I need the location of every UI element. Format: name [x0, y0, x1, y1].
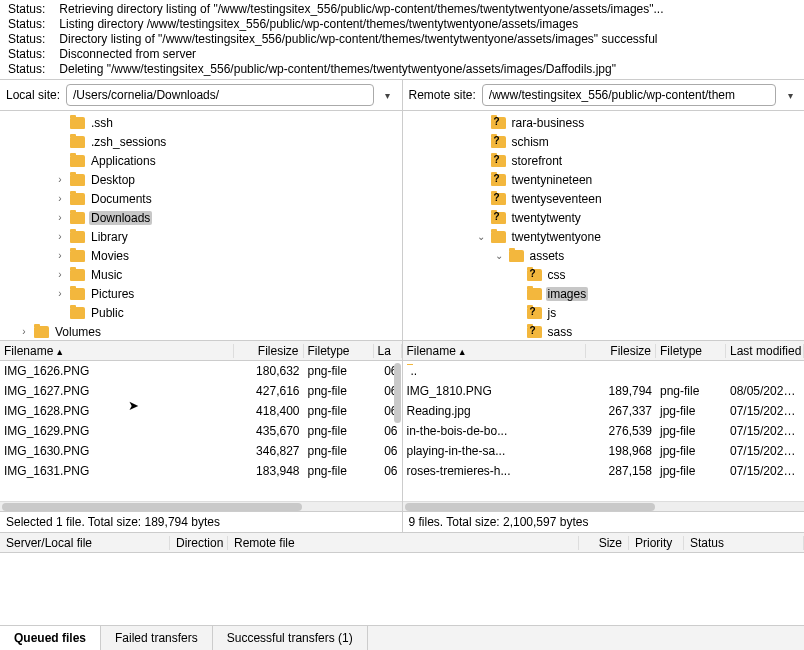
disclosure-icon[interactable]: ›: [54, 231, 66, 242]
tree-item[interactable]: ⌄assets: [403, 246, 805, 265]
tree-item[interactable]: ›Documents: [0, 189, 402, 208]
col-lastmod[interactable]: Last modified: [726, 344, 804, 358]
disclosure-icon[interactable]: ›: [54, 250, 66, 261]
file-name: IMG_1631.PNG: [0, 464, 234, 478]
local-file-body[interactable]: ➤ IMG_1626.PNG180,632png-file06IMG_1627.…: [0, 361, 402, 501]
disclosure-icon[interactable]: ›: [54, 269, 66, 280]
local-site-label: Local site:: [6, 88, 60, 102]
tree-item[interactable]: ›Volumes: [0, 322, 402, 340]
qcol-file[interactable]: Server/Local file: [0, 536, 170, 550]
col-filesize[interactable]: Filesize: [234, 344, 304, 358]
disclosure-icon[interactable]: ›: [54, 288, 66, 299]
file-mod: 07/15/2021 1: [726, 424, 804, 438]
site-paths-row: Local site: ▾ Remote site: ▾: [0, 80, 804, 111]
qcol-remote[interactable]: Remote file: [228, 536, 579, 550]
file-type: png-file: [304, 464, 374, 478]
sort-asc-icon: ▲: [55, 347, 64, 357]
file-row[interactable]: ..: [403, 361, 805, 381]
file-mod: 07/15/2021 1: [726, 464, 804, 478]
folder-unknown-icon: [491, 212, 506, 224]
tree-label: Public: [89, 306, 126, 320]
tree-label: Desktop: [89, 173, 137, 187]
tab-queued-files[interactable]: Queued files: [0, 626, 101, 650]
local-site-input[interactable]: [66, 84, 373, 106]
tree-label: twentytwentyone: [510, 230, 603, 244]
file-size: 287,158: [586, 464, 656, 478]
tree-item[interactable]: rara-business: [403, 113, 805, 132]
file-row[interactable]: roses-tremieres-h...287,158jpg-file07/15…: [403, 461, 805, 481]
tree-item[interactable]: twentynineteen: [403, 170, 805, 189]
disclosure-icon[interactable]: ›: [54, 193, 66, 204]
file-row[interactable]: IMG_1629.PNG435,670png-file06: [0, 421, 402, 441]
col-filetype[interactable]: Filetype: [304, 344, 374, 358]
tree-item[interactable]: .zsh_sessions: [0, 132, 402, 151]
file-row[interactable]: IMG_1630.PNG346,827png-file06: [0, 441, 402, 461]
file-row[interactable]: in-the-bois-de-bo...276,539jpg-file07/15…: [403, 421, 805, 441]
disclosure-icon[interactable]: ›: [54, 212, 66, 223]
tree-item[interactable]: Applications: [0, 151, 402, 170]
remote-status: 9 files. Total size: 2,100,597 bytes: [403, 512, 805, 532]
file-row[interactable]: IMG_1628.PNG418,400png-file06: [0, 401, 402, 421]
tree-label: Library: [89, 230, 130, 244]
folder-icon: [70, 288, 85, 300]
file-row[interactable]: IMG_1810.PNG189,794png-file08/05/2021 1: [403, 381, 805, 401]
file-name: IMG_1629.PNG: [0, 424, 234, 438]
tree-item[interactable]: js: [403, 303, 805, 322]
remote-hscroll[interactable]: [403, 501, 805, 511]
local-site-panel: Local site: ▾: [0, 80, 403, 110]
folder-unknown-icon: [527, 307, 542, 319]
tree-item[interactable]: ›Pictures: [0, 284, 402, 303]
tree-label: js: [546, 306, 559, 320]
disclosure-icon[interactable]: ›: [18, 326, 30, 337]
file-row[interactable]: playing-in-the-sa...198,968jpg-file07/15…: [403, 441, 805, 461]
tree-item[interactable]: storefront: [403, 151, 805, 170]
local-site-dropdown[interactable]: ▾: [380, 84, 396, 106]
col-filename[interactable]: Filename▲: [403, 344, 587, 358]
tree-item[interactable]: ›Movies: [0, 246, 402, 265]
remote-file-body[interactable]: ..IMG_1810.PNG189,794png-file08/05/2021 …: [403, 361, 805, 501]
col-filesize[interactable]: Filesize: [586, 344, 656, 358]
remote-tree[interactable]: rara-businessschismstorefronttwentyninet…: [403, 111, 805, 340]
tree-item[interactable]: schism: [403, 132, 805, 151]
col-lastmod[interactable]: La: [374, 344, 402, 358]
local-hscroll[interactable]: [0, 501, 402, 511]
qcol-priority[interactable]: Priority: [629, 536, 684, 550]
tree-item[interactable]: Public: [0, 303, 402, 322]
disclosure-icon[interactable]: ⌄: [493, 250, 505, 261]
col-filename[interactable]: Filename▲: [0, 344, 234, 358]
tree-item[interactable]: ›Library: [0, 227, 402, 246]
tab-successful-transfers[interactable]: Successful transfers (1): [213, 626, 368, 650]
remote-list-header[interactable]: Filename▲ Filesize Filetype Last modifie…: [403, 341, 805, 361]
tree-item[interactable]: ⌄twentytwentyone: [403, 227, 805, 246]
disclosure-icon[interactable]: ⌄: [475, 231, 487, 242]
file-row[interactable]: IMG_1626.PNG180,632png-file06: [0, 361, 402, 381]
queue-body[interactable]: [0, 553, 804, 625]
disclosure-icon[interactable]: ›: [54, 174, 66, 185]
remote-site-dropdown[interactable]: ▾: [782, 84, 798, 106]
tree-item[interactable]: twentytwenty: [403, 208, 805, 227]
tree-item[interactable]: twentyseventeen: [403, 189, 805, 208]
tree-item[interactable]: ›Music: [0, 265, 402, 284]
local-tree[interactable]: .ssh.zsh_sessionsApplications›Desktop›Do…: [0, 111, 403, 340]
remote-site-input[interactable]: [482, 84, 776, 106]
tab-failed-transfers[interactable]: Failed transfers: [101, 626, 213, 650]
tree-item[interactable]: sass: [403, 322, 805, 340]
file-name: playing-in-the-sa...: [403, 444, 587, 458]
tree-item[interactable]: css: [403, 265, 805, 284]
local-list-header[interactable]: Filename▲ Filesize Filetype La: [0, 341, 402, 361]
qcol-status[interactable]: Status: [684, 536, 804, 550]
file-row[interactable]: IMG_1627.PNG427,616png-file06: [0, 381, 402, 401]
local-vscroll[interactable]: [394, 363, 401, 423]
tree-item[interactable]: .ssh: [0, 113, 402, 132]
tree-item[interactable]: ›Downloads: [0, 208, 402, 227]
file-row[interactable]: Reading.jpg267,337jpg-file07/15/2021 1: [403, 401, 805, 421]
tree-item[interactable]: images: [403, 284, 805, 303]
file-lists: Filename▲ Filesize Filetype La ➤ IMG_162…: [0, 341, 804, 512]
folder-icon: [70, 117, 85, 129]
file-size: 346,827: [234, 444, 304, 458]
col-filetype[interactable]: Filetype: [656, 344, 726, 358]
file-row[interactable]: IMG_1631.PNG183,948png-file06: [0, 461, 402, 481]
qcol-size[interactable]: Size: [579, 536, 629, 550]
qcol-direction[interactable]: Direction: [170, 536, 228, 550]
tree-item[interactable]: ›Desktop: [0, 170, 402, 189]
